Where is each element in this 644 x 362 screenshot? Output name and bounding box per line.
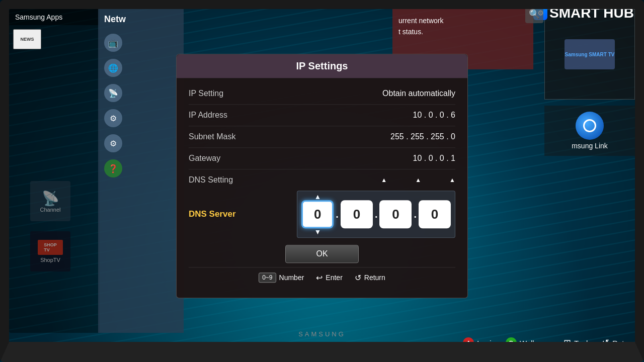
dns-octet-wrapper-4: 0 bbox=[419, 200, 451, 228]
ok-button[interactable]: OK bbox=[285, 245, 358, 263]
enter-icon: ↩ bbox=[316, 273, 323, 283]
tools-button[interactable]: ⊞ Tools bbox=[564, 337, 592, 348]
octet-dot-3: . bbox=[414, 209, 417, 220]
dns-octet-wrapper-1: ▲ 0 ▼ bbox=[301, 193, 334, 235]
samsung-apps-panel: Samsung Apps NEWS bbox=[9, 9, 100, 333]
tools-label: Tools bbox=[574, 339, 592, 347]
return-button[interactable]: ↺ Return bbox=[602, 337, 635, 348]
ip-address-value: 10 . 0 . 0 . 6 bbox=[413, 111, 456, 120]
list-item[interactable]: ❓ bbox=[102, 157, 180, 179]
current-network-text: urrent network t status. bbox=[398, 15, 527, 38]
btn-a-circle: A bbox=[463, 337, 474, 348]
dialog-body: IP Setting Obtain automatically IP Addre… bbox=[177, 78, 467, 290]
btn-b-label: B bbox=[509, 340, 513, 346]
dns-octet-1[interactable]: 0 bbox=[301, 200, 334, 228]
wallpaper-button[interactable]: B Wallpaper bbox=[506, 337, 553, 348]
octet-dot-1: . bbox=[336, 209, 339, 220]
subnet-mask-label: Subnet Mask bbox=[189, 132, 235, 141]
return-icon: ↺ bbox=[355, 273, 361, 283]
dns-octet-wrapper-2: 0 bbox=[341, 200, 373, 228]
list-item: NEWS bbox=[13, 29, 96, 49]
ip-address-row: IP Address 10 . 0 . 0 . 6 bbox=[189, 105, 455, 126]
hint-number-label: Number bbox=[279, 274, 304, 282]
news-thumb: NEWS bbox=[13, 29, 41, 49]
nav-icon: ⚙ bbox=[104, 109, 122, 127]
arrow-up-1: ▲ bbox=[314, 193, 321, 200]
nav-title: Netw bbox=[98, 9, 184, 30]
nav-icons: 📺 🌐 📡 ⚙ ⚙ ❓ bbox=[98, 30, 184, 182]
ip-setting-label: IP Setting bbox=[189, 89, 223, 98]
dialog-title-bar: IP Settings bbox=[177, 54, 467, 78]
hint-return: ↺ Return bbox=[355, 273, 385, 283]
dialog-title: IP Settings bbox=[183, 60, 461, 72]
btn-b-circle: B bbox=[506, 337, 517, 348]
samsung-link-label: msung Link bbox=[572, 142, 608, 150]
dns-octet-3-value: 0 bbox=[392, 207, 399, 222]
ip-setting-row: IP Setting Obtain automatically bbox=[189, 83, 455, 105]
gateway-row: Gateway 10 . 0 . 0 . 1 bbox=[189, 148, 455, 169]
samsung-link-area[interactable]: msung Link bbox=[544, 106, 635, 156]
dns-octet-3[interactable]: 0 bbox=[379, 200, 412, 228]
dns-octet-2-value: 0 bbox=[353, 207, 360, 222]
nav-icon: 📺 bbox=[104, 34, 122, 52]
wallpaper-label: Wallpaper bbox=[520, 339, 553, 347]
hint-enter: ↩ Enter bbox=[316, 273, 342, 283]
ok-button-wrapper: OK bbox=[189, 245, 455, 263]
nav-icon: ⚙ bbox=[104, 134, 122, 152]
dns-octet-wrapper-3: 0 bbox=[379, 200, 412, 228]
hint-number: 0~9 Number bbox=[259, 273, 304, 283]
list-item[interactable]: ⚙ bbox=[102, 132, 180, 154]
nav-icon: 🌐 bbox=[104, 59, 122, 77]
search-icon[interactable]: 🔍 bbox=[525, 5, 543, 23]
smart-hub-logo: ⚙ SMART HUB bbox=[533, 5, 634, 21]
login-button[interactable]: A Login bbox=[463, 337, 496, 348]
return-label: Return bbox=[612, 339, 635, 347]
hint-number-key: 0~9 bbox=[259, 273, 276, 283]
subnet-mask-value: 255 . 255 . 255 . 0 bbox=[390, 132, 455, 141]
samsung-tv-label: Samsung SMART TV bbox=[565, 52, 615, 57]
list-item[interactable]: 🌐 bbox=[102, 57, 180, 79]
ip-settings-dialog: IP Settings IP Setting Obtain automatica… bbox=[176, 54, 468, 298]
ip-address-label: IP Address bbox=[189, 111, 227, 120]
list-item[interactable]: 📡 bbox=[102, 82, 180, 104]
dns-octet-1-value: 0 bbox=[314, 207, 321, 222]
smart-hub-text: SMART HUB bbox=[549, 5, 634, 21]
gateway-value: 10 . 0 . 0 . 1 bbox=[413, 154, 456, 163]
octet-dot-2: . bbox=[375, 209, 378, 220]
nav-icon: 📡 bbox=[104, 84, 122, 102]
hint-return-label: Return bbox=[364, 274, 385, 282]
subnet-mask-row: Subnet Mask 255 . 255 . 255 . 0 bbox=[189, 126, 455, 148]
btn-a-label: A bbox=[466, 340, 470, 346]
samsung-link-icon bbox=[576, 112, 604, 140]
nav-panel: Netw 📺 🌐 📡 ⚙ ⚙ ❓ bbox=[98, 9, 184, 333]
list-item[interactable]: ⚙ bbox=[102, 107, 180, 129]
dns-setting-row: DNS Setting ▲ ▲ ▲ bbox=[189, 169, 455, 187]
hint-bar: 0~9 Number ↩ Enter ↺ Return bbox=[189, 267, 455, 285]
arrow-down-1: ▼ bbox=[314, 228, 321, 235]
dns-octet-2[interactable]: 0 bbox=[341, 200, 373, 228]
samsung-smarttv-panel: Samsung SMART TV bbox=[544, 9, 635, 100]
dns-octet-4[interactable]: 0 bbox=[419, 200, 451, 228]
hint-enter-label: Enter bbox=[326, 274, 342, 282]
tools-icon: ⊞ bbox=[564, 337, 571, 348]
dns-server-label: DNS Server bbox=[189, 209, 236, 219]
dns-server-row: DNS Server ▲ 0 ▼ . 0 . bbox=[189, 187, 455, 238]
dns-octet-group: ▲ 0 ▼ . 0 . 0 bbox=[297, 191, 455, 238]
gateway-label: Gateway bbox=[189, 154, 220, 163]
bottom-bar: A Login B Wallpaper ⊞ Tools ↺ Return bbox=[9, 333, 635, 353]
nav-icon: ❓ bbox=[104, 159, 122, 177]
dns-setting-indicators: ▲ ▲ ▲ bbox=[381, 176, 455, 184]
bottom-return-icon: ↺ bbox=[602, 337, 609, 348]
list-item[interactable]: 📺 bbox=[102, 32, 180, 54]
ip-setting-value: Obtain automatically bbox=[382, 89, 455, 98]
samsung-apps-label: Samsung Apps bbox=[9, 9, 100, 25]
app-icon-list: NEWS bbox=[9, 25, 100, 53]
login-label: Login bbox=[477, 339, 496, 347]
dns-octet-4-value: 0 bbox=[431, 207, 438, 222]
smarttv-logo-box: Samsung SMART TV bbox=[565, 39, 615, 69]
dns-setting-label: DNS Setting bbox=[189, 175, 233, 185]
